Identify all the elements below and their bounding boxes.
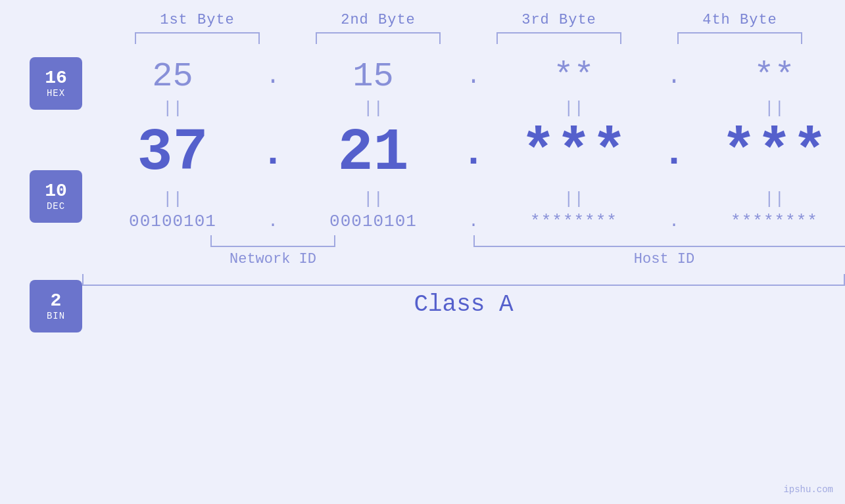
bin-cell-4: ******** bbox=[684, 212, 845, 231]
host-id-label: Host ID bbox=[634, 251, 694, 267]
content-area: 16 HEX 10 DEC 2 BIN bbox=[0, 51, 845, 336]
main-container: 1st Byte 2nd Byte 3rd Byte 4th Byte 16 H… bbox=[0, 0, 845, 504]
byte-bracket-4 bbox=[677, 32, 802, 44]
hex-dot-1: . bbox=[263, 63, 283, 90]
equals-row-2: || || || || bbox=[82, 189, 845, 209]
hex-badge: 16 HEX bbox=[30, 57, 82, 110]
eq1-c1: || bbox=[82, 99, 263, 118]
hex-cell-2: 15 bbox=[283, 57, 464, 96]
hex-dot-3: . bbox=[664, 63, 684, 90]
equals-row-1: || || || || bbox=[82, 99, 845, 118]
left-labels: 16 HEX 10 DEC 2 BIN bbox=[30, 51, 82, 336]
byte-header-3: 3rd Byte bbox=[469, 12, 650, 44]
dec-row: 37 . 21 . *** . *** bbox=[82, 120, 845, 187]
network-id-label: Network ID bbox=[229, 251, 316, 267]
host-bracket-line bbox=[473, 235, 845, 247]
dec-cell-2: 21 bbox=[283, 120, 464, 187]
eq1-c3: || bbox=[483, 99, 664, 118]
dec-dot-1: . bbox=[263, 131, 283, 175]
watermark: ipshu.com bbox=[783, 484, 833, 495]
hex-cell-4: ** bbox=[684, 57, 845, 96]
eq2-c4: || bbox=[684, 189, 845, 209]
bin-badge: 2 BIN bbox=[30, 280, 82, 332]
dec-cell-3: *** bbox=[483, 120, 664, 187]
bin-dot-1: . bbox=[263, 212, 283, 231]
byte-headers: 1st Byte 2nd Byte 3rd Byte 4th Byte bbox=[0, 12, 845, 44]
byte-header-4: 4th Byte bbox=[650, 12, 831, 44]
hex-badge-spacer: 16 HEX bbox=[30, 51, 82, 116]
byte-header-1: 1st Byte bbox=[107, 12, 288, 44]
hex-row: 25 . 15 . ** . ** bbox=[82, 57, 845, 96]
bin-dot-3: . bbox=[664, 212, 684, 231]
class-bracket-line bbox=[82, 274, 845, 286]
dec-dot-2: . bbox=[464, 131, 483, 175]
hex-cell-3: ** bbox=[483, 57, 664, 96]
hex-cell-1: 25 bbox=[82, 57, 263, 96]
eq1-c4: || bbox=[684, 99, 845, 118]
byte-bracket-3 bbox=[496, 32, 621, 44]
eq2-c3: || bbox=[483, 189, 664, 209]
bin-badge-spacer: 2 BIN bbox=[30, 277, 82, 336]
network-id-section: Network ID bbox=[82, 235, 464, 267]
class-a-section: Class A bbox=[82, 274, 845, 318]
dec-badge-spacer: 10 DEC bbox=[30, 157, 82, 236]
network-bracket-line bbox=[210, 235, 335, 247]
bin-dot-2: . bbox=[464, 212, 483, 231]
dec-dot-3: . bbox=[664, 131, 684, 175]
host-id-section: Host ID bbox=[464, 235, 845, 267]
eq2-c1: || bbox=[82, 189, 263, 209]
bin-cell-1: 00100101 bbox=[82, 212, 263, 231]
byte-header-2: 2nd Byte bbox=[288, 12, 469, 44]
bin-cell-2: 00010101 bbox=[283, 212, 464, 231]
bin-cell-3: ******** bbox=[483, 212, 664, 231]
class-a-label: Class A bbox=[82, 291, 845, 318]
hex-dot-2: . bbox=[464, 63, 483, 90]
eq2-c2: || bbox=[283, 189, 464, 209]
bottom-bracket-row: Network ID Host ID bbox=[82, 235, 845, 267]
byte-bracket-2 bbox=[316, 32, 441, 44]
dec-badge: 10 DEC bbox=[30, 170, 82, 223]
dec-cell-1: 37 bbox=[82, 120, 263, 187]
bin-row: 00100101 . 00010101 . ******** . bbox=[82, 212, 845, 231]
byte-bracket-1 bbox=[135, 32, 260, 44]
grid-area: 25 . 15 . ** . ** bbox=[82, 51, 845, 336]
eq1-c2: || bbox=[283, 99, 464, 118]
dec-cell-4: *** bbox=[684, 120, 845, 187]
